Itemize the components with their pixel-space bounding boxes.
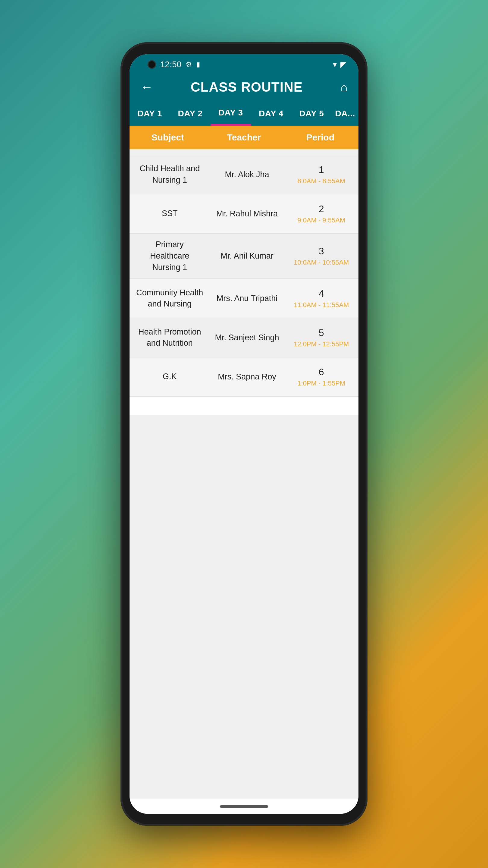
subject-cell: Child Health and Nursing 1	[130, 158, 210, 191]
app-bar: ← CLASS ROUTINE ⌂	[130, 73, 358, 101]
tab-day6[interactable]: DA...	[332, 102, 358, 125]
period-cell: 5 12:0PM - 12:55PM	[284, 324, 358, 351]
home-bar	[130, 799, 358, 814]
bottom-spacer	[130, 397, 358, 415]
subject-cell: SST	[130, 203, 210, 225]
period-number: 3	[319, 246, 324, 257]
teacher-cell: Mr. Anil Kumar	[210, 246, 284, 266]
subject-cell: G.K	[130, 366, 210, 388]
period-cell: 2 9:0AM - 9:55AM	[284, 200, 358, 227]
teacher-cell: Mrs. Sapna Roy	[210, 367, 284, 387]
home-indicator	[220, 805, 268, 808]
day-tabs: DAY 1 DAY 2 DAY 3 DAY 4 DAY 5 DA...	[130, 101, 358, 126]
period-time: 9:0AM - 9:55AM	[297, 216, 345, 224]
col-header-subject: Subject	[130, 126, 206, 149]
teacher-cell: Mr. Rahul Mishra	[210, 204, 284, 224]
subject-cell: Community Health and Nursing	[130, 282, 210, 315]
tab-day1[interactable]: DAY 1	[130, 102, 170, 125]
page-title: CLASS ROUTINE	[191, 80, 303, 95]
period-cell: 4 11:0AM - 11:55AM	[284, 285, 358, 312]
status-bar: 12:50 ⚙ ▮ ▾ ◤	[130, 54, 358, 73]
period-cell: 3 10:0AM - 10:55AM	[284, 243, 358, 270]
period-time: 1:0PM - 1:55PM	[297, 379, 345, 387]
tab-day2[interactable]: DAY 2	[170, 102, 210, 125]
top-spacer	[130, 149, 358, 155]
period-time: 10:0AM - 10:55AM	[294, 258, 349, 267]
period-number: 2	[319, 204, 324, 215]
period-number: 5	[319, 327, 324, 338]
status-time: 12:50	[160, 60, 181, 69]
period-cell: 6 1:0PM - 1:55PM	[284, 364, 358, 390]
subject-cell: Health Promotion and Nutrition	[130, 321, 210, 355]
phone-screen: 12:50 ⚙ ▮ ▾ ◤ ← CLASS ROUTINE ⌂ DAY 1 DA…	[130, 54, 358, 814]
tab-day4[interactable]: DAY 4	[251, 102, 291, 125]
tab-day3[interactable]: DAY 3	[210, 101, 251, 126]
sim-icon: ▮	[196, 61, 200, 68]
table-row: G.K Mrs. Sapna Roy 6 1:0PM - 1:55PM	[130, 358, 358, 397]
table-content: Child Health and Nursing 1 Mr. Alok Jha …	[130, 149, 358, 799]
teacher-cell: Mrs. Anu Tripathi	[210, 288, 284, 309]
period-number: 4	[319, 288, 324, 299]
period-cell: 1 8:0AM - 8:55AM	[284, 161, 358, 188]
home-button[interactable]: ⌂	[340, 81, 348, 94]
table-row: SST Mr. Rahul Mishra 2 9:0AM - 9:55AM	[130, 194, 358, 234]
gear-icon: ⚙	[186, 60, 192, 69]
table-row: Health Promotion and Nutrition Mr. Sanje…	[130, 318, 358, 358]
period-time: 11:0AM - 11:55AM	[294, 301, 349, 309]
teacher-cell: Mr. Sanjeet Singh	[210, 328, 284, 348]
column-headers: Subject Teacher Period	[130, 126, 358, 149]
table-row: Primary Healthcare Nursing 1 Mr. Anil Ku…	[130, 234, 358, 279]
col-header-period: Period	[282, 126, 358, 149]
period-time: 12:0PM - 12:55PM	[294, 340, 349, 348]
table-row: Child Health and Nursing 1 Mr. Alok Jha …	[130, 155, 358, 194]
status-right: ▾ ◤	[333, 60, 347, 69]
period-time: 8:0AM - 8:55AM	[297, 177, 345, 185]
tab-day5[interactable]: DAY 5	[291, 102, 332, 125]
subject-cell: Primary Healthcare Nursing 1	[130, 234, 210, 278]
teacher-cell: Mr. Alok Jha	[210, 164, 284, 185]
status-left: 12:50 ⚙ ▮	[148, 60, 200, 69]
back-button[interactable]: ←	[140, 81, 153, 93]
signal-icon: ◤	[340, 60, 347, 69]
period-number: 1	[319, 164, 324, 176]
period-number: 6	[319, 367, 324, 378]
camera-icon	[148, 60, 156, 69]
phone-frame: 12:50 ⚙ ▮ ▾ ◤ ← CLASS ROUTINE ⌂ DAY 1 DA…	[121, 42, 367, 826]
table-row: Community Health and Nursing Mrs. Anu Tr…	[130, 279, 358, 318]
wifi-icon: ▾	[333, 60, 337, 69]
col-header-teacher: Teacher	[206, 126, 282, 149]
